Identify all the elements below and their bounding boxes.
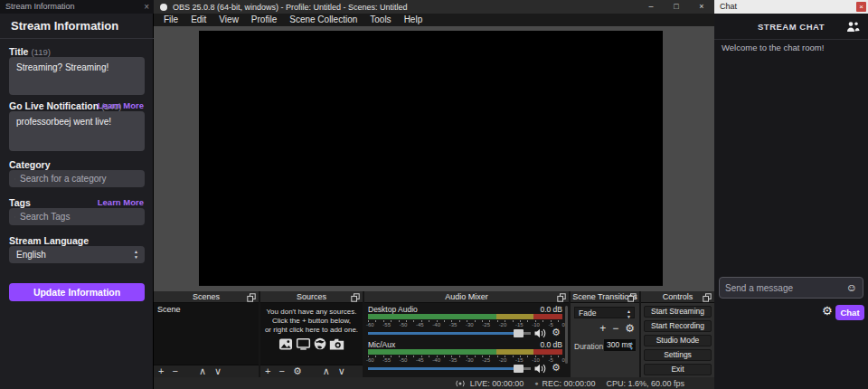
close-icon[interactable]: × xyxy=(144,0,149,14)
category-search-field[interactable] xyxy=(9,170,145,187)
move-source-down-icon[interactable]: ∨ xyxy=(338,365,345,377)
remove-source-icon[interactable]: − xyxy=(278,365,284,377)
update-information-button[interactable]: Update Information xyxy=(9,283,145,301)
stream-chat-title: STREAM CHAT xyxy=(714,14,868,40)
channel-gear-icon[interactable]: ⚙ xyxy=(552,362,561,374)
db-tick: -40 xyxy=(432,357,440,363)
emote-smiley-icon[interactable]: ☺ xyxy=(846,281,857,294)
studio-mode-button[interactable]: Studio Mode xyxy=(644,335,712,346)
move-scene-down-icon[interactable]: ∨ xyxy=(214,365,222,377)
go-live-notification-input[interactable]: professorbeej went live! xyxy=(9,111,145,151)
display-source-icon xyxy=(296,338,311,350)
scene-transitions-dock-header[interactable]: Scene Transitions xyxy=(571,291,639,303)
go-live-learn-more-link[interactable]: Learn More xyxy=(98,100,144,110)
spinner-down-icon: ▼ xyxy=(134,254,138,260)
tags-search-field[interactable] xyxy=(9,208,145,225)
maximize-icon[interactable]: □ xyxy=(664,0,689,14)
popout-icon[interactable] xyxy=(703,293,712,302)
chat-window-titlebar[interactable]: Chat × xyxy=(714,0,868,14)
remove-scene-icon[interactable]: − xyxy=(172,365,177,377)
menu-view[interactable]: View xyxy=(212,14,245,26)
audio-mixer-dock-header[interactable]: Audio Mixer xyxy=(364,291,569,303)
category-label: Category xyxy=(9,159,51,170)
sources-dock-header[interactable]: Sources xyxy=(260,291,363,303)
spinner-down-icon[interactable]: ▼ xyxy=(629,346,634,351)
broadcast-icon xyxy=(454,380,467,387)
controls-dock: Controls Start Streaming Start Recording… xyxy=(641,291,714,377)
menu-edit[interactable]: Edit xyxy=(184,14,212,26)
chat-window-title: Chat xyxy=(720,2,737,11)
db-tick: -35 xyxy=(449,322,458,327)
start-streaming-button[interactable]: Start Streaming xyxy=(644,306,712,318)
close-icon[interactable]: × xyxy=(689,0,714,14)
menu-help[interactable]: Help xyxy=(398,14,429,26)
chat-welcome-message: Welcome to the chat room! xyxy=(722,43,824,52)
channel-name: Desktop Audio xyxy=(368,305,418,314)
move-scene-up-icon[interactable]: ∧ xyxy=(199,365,206,377)
volume-slider-track[interactable] xyxy=(368,332,527,335)
exit-button[interactable]: Exit xyxy=(644,364,712,375)
chat-message-field[interactable]: ☺ xyxy=(719,277,863,299)
stream-info-window-titlebar[interactable]: Stream Information × xyxy=(0,0,154,14)
scene-list-item[interactable]: Scene xyxy=(154,303,259,316)
volume-slider-handle[interactable] xyxy=(514,329,524,337)
menu-file[interactable]: File xyxy=(157,14,184,26)
settings-button[interactable]: Settings xyxy=(644,349,712,361)
volume-slider-handle[interactable] xyxy=(514,365,524,373)
chat-message-input[interactable] xyxy=(725,283,846,293)
scenes-dock-header[interactable]: Scenes xyxy=(154,291,259,303)
meter-yellow xyxy=(496,314,533,319)
title-label-text: Title xyxy=(9,46,28,57)
source-properties-gear-icon[interactable]: ⚙ xyxy=(293,365,302,377)
stream-language-label: Stream Language xyxy=(9,235,89,246)
audio-mixer-dock-title: Audio Mixer xyxy=(445,292,488,301)
sources-empty-line2: Click the + button below, xyxy=(260,317,363,326)
popout-icon[interactable] xyxy=(627,293,637,302)
menu-scene-collection[interactable]: Scene Collection xyxy=(283,14,363,26)
add-scene-icon[interactable]: + xyxy=(158,365,164,377)
db-tick: -15 xyxy=(515,357,524,363)
speaker-icon[interactable] xyxy=(534,364,546,374)
remove-transition-icon[interactable]: − xyxy=(612,322,618,335)
obs-titlebar[interactable]: OBS 25.0.8 (64-bit, windows) - Profile: … xyxy=(154,0,714,14)
transition-select[interactable]: Fade ▲ ▼ xyxy=(574,307,635,318)
volume-meter xyxy=(368,349,562,355)
popout-icon[interactable] xyxy=(351,293,360,302)
popout-icon[interactable] xyxy=(557,293,566,302)
tags-learn-more-link[interactable]: Learn More xyxy=(98,197,144,207)
channel-gear-icon[interactable]: ⚙ xyxy=(552,327,561,338)
stream-language-select[interactable]: English ▲ ▼ xyxy=(9,246,145,263)
title-char-count: (119) xyxy=(31,47,50,57)
title-input[interactable]: Streaming? Streaming! xyxy=(9,57,145,95)
controls-dock-header[interactable]: Controls xyxy=(641,291,714,303)
start-recording-button[interactable]: Start Recording xyxy=(644,320,712,332)
duration-value: 300 ms xyxy=(607,340,632,349)
menu-profile[interactable]: Profile xyxy=(245,14,283,26)
screen: Stream Information × Stream Information … xyxy=(0,0,868,389)
spinner-down-icon: ▼ xyxy=(627,314,631,319)
move-source-up-icon[interactable]: ∧ xyxy=(323,365,330,377)
add-transition-icon[interactable]: + xyxy=(599,322,606,335)
meter-tick-labels: -60-55-50-45-40-35-30-25-20-15-10-50 xyxy=(366,357,565,363)
duration-spinbox[interactable]: 300 ms ▲ ▼ xyxy=(604,339,636,351)
minimize-icon[interactable]: – xyxy=(638,0,664,14)
meter-red xyxy=(533,349,562,355)
viewer-list-icon[interactable] xyxy=(846,21,860,33)
transition-properties-gear-icon[interactable]: ⚙ xyxy=(625,322,635,335)
popout-icon[interactable] xyxy=(247,293,256,302)
volume-slider-track[interactable] xyxy=(368,367,527,370)
menu-tools[interactable]: Tools xyxy=(363,14,397,26)
chat-settings-gear-icon[interactable]: ⚙ xyxy=(822,304,833,318)
preview-canvas[interactable] xyxy=(199,31,663,286)
db-tick: -50 xyxy=(400,357,408,363)
tags-search-input[interactable] xyxy=(20,212,139,222)
duration-spinner-icon[interactable]: ▲ ▼ xyxy=(629,340,634,351)
audio-mixer-dock: Audio Mixer Desktop Audio 0.0 dB -60-55-… xyxy=(364,291,569,377)
speaker-icon[interactable] xyxy=(534,328,546,338)
mixer-scrollbar[interactable] xyxy=(565,306,568,364)
category-search-input[interactable] xyxy=(20,174,139,184)
obs-window-title: OBS 25.0.8 (64-bit, windows) - Profile: … xyxy=(173,3,408,12)
close-icon[interactable]: × xyxy=(856,2,866,12)
chat-send-button[interactable]: Chat xyxy=(835,305,864,320)
add-source-icon[interactable]: + xyxy=(265,365,270,377)
